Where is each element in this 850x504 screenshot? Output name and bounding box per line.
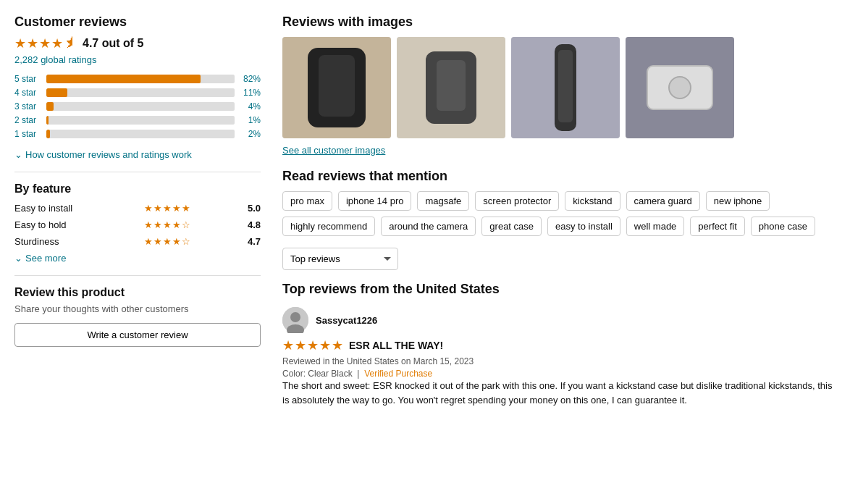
review-tag[interactable]: perfect fit: [690, 217, 744, 236]
feature-star: ☆: [182, 219, 190, 230]
feature-row: Easy to hold★★★★☆4.8: [14, 219, 261, 230]
review-tag[interactable]: kickstand: [565, 191, 620, 211]
review-product-title: Review this product: [14, 286, 261, 299]
rating-label: 3 star: [14, 101, 42, 112]
see-more-link[interactable]: ⌄ See more: [14, 253, 261, 264]
rating-row: 3 star4%: [14, 101, 261, 112]
reviewer-name: Sassycat1226: [316, 315, 377, 326]
review-tag[interactable]: well made: [626, 217, 685, 236]
feature-star: ★: [153, 236, 162, 247]
features-list: Easy to install★★★★★5.0Easy to hold★★★★☆…: [14, 203, 261, 247]
feature-stars: ★★★★☆: [144, 236, 190, 247]
svg-rect-2: [319, 55, 355, 117]
review-title: ESR ALL THE WAY!: [349, 340, 443, 351]
sort-dropdown-wrap: Top reviewsMost recent: [282, 248, 836, 270]
bar-fill: [46, 116, 49, 125]
feature-stars: ★★★★☆: [144, 219, 190, 230]
rating-row: 4 star11%: [14, 88, 261, 98]
review-tag[interactable]: phone case: [751, 217, 815, 236]
top-reviews-title: Top reviews from the United States: [282, 282, 836, 297]
global-ratings: 2,282 global ratings: [14, 54, 261, 65]
review-thumbnail[interactable]: [282, 37, 391, 138]
bar-bg: [46, 130, 235, 138]
review-thumbnail[interactable]: [397, 37, 505, 138]
feature-star: ★: [163, 203, 172, 214]
feature-star: ★: [163, 236, 172, 247]
by-feature-title: By feature: [14, 182, 261, 196]
r-star-2: ★: [295, 337, 306, 353]
feature-star: ★: [153, 203, 162, 214]
image-thumbnails: [282, 37, 836, 138]
star-1: ★: [14, 35, 26, 51]
review-tag[interactable]: magsafe: [417, 191, 469, 211]
reviewer-row: Sassycat1226: [282, 307, 836, 333]
overall-rating-row: ★ ★ ★ ★ ⯨ 4.7 out of 5: [14, 35, 261, 51]
feature-star: ★: [182, 203, 190, 214]
feature-name: Easy to hold: [14, 219, 87, 230]
feature-star: ★: [153, 219, 162, 230]
feature-name: Easy to install: [14, 203, 87, 214]
review-color-info: Color: Clear Black | Verified Purchase: [282, 369, 836, 379]
star-4: ★: [51, 35, 63, 51]
chevron-down-icon: ⌄: [14, 149, 22, 160]
review-stars-row: ★ ★ ★ ★ ★ ESR ALL THE WAY!: [282, 337, 836, 353]
see-all-images-link[interactable]: See all customer images: [282, 145, 385, 156]
bar-pct: 4%: [239, 101, 261, 112]
star-3: ★: [39, 35, 51, 51]
customer-reviews-title: Customer reviews: [14, 14, 261, 30]
how-ratings-label: How customer reviews and ratings work: [25, 149, 192, 160]
feature-star: ★: [144, 236, 153, 247]
bar-bg: [46, 88, 235, 97]
r-star-5: ★: [332, 337, 343, 353]
review-meta: Reviewed in the United States on March 1…: [282, 356, 836, 366]
feature-star: ★: [144, 219, 153, 230]
review-stars: ★ ★ ★ ★ ★: [282, 337, 343, 353]
review-tag[interactable]: around the camera: [381, 217, 476, 236]
avatar: [282, 307, 308, 333]
review-tag[interactable]: camera guard: [626, 191, 700, 211]
left-panel: Customer reviews ★ ★ ★ ★ ⯨ 4.7 out of 5 …: [14, 14, 261, 419]
chevron-down-icon-2: ⌄: [14, 253, 22, 264]
r-star-4: ★: [319, 337, 331, 353]
overall-rating-number: 4.7 out of 5: [83, 37, 143, 50]
sort-select[interactable]: Top reviewsMost recent: [282, 248, 398, 270]
feature-row: Sturdiness★★★★☆4.7: [14, 236, 261, 247]
bar-pct: 11%: [239, 88, 261, 98]
feature-score: 4.7: [248, 236, 261, 247]
feature-star: ☆: [182, 236, 190, 247]
write-review-button[interactable]: Write a customer review: [14, 323, 261, 347]
feature-star: ★: [172, 203, 181, 214]
feature-star: ★: [172, 219, 181, 230]
svg-point-11: [669, 77, 691, 98]
divider-2: [14, 275, 261, 276]
svg-rect-8: [558, 50, 573, 122]
overall-stars: ★ ★ ★ ★ ⯨: [14, 35, 77, 51]
r-star-1: ★: [282, 337, 294, 353]
feature-stars: ★★★★★: [144, 203, 190, 214]
feature-score: 5.0: [248, 203, 261, 214]
rating-row: 1 star2%: [14, 129, 261, 139]
review-tag[interactable]: iphone 14 pro: [338, 191, 412, 211]
review-tag[interactable]: screen protector: [475, 191, 559, 211]
review-tag[interactable]: easy to install: [547, 217, 620, 236]
star-5: ⯨: [64, 35, 77, 51]
bar-pct: 82%: [239, 74, 261, 84]
svg-rect-5: [437, 60, 466, 111]
bar-bg: [46, 75, 235, 83]
bar-bg: [46, 102, 235, 111]
bar-bg: [46, 116, 235, 125]
review-text: The short and sweet: ESR knocked it out …: [282, 379, 836, 407]
how-ratings-link[interactable]: ⌄ How customer reviews and ratings work: [14, 149, 261, 160]
review-tag[interactable]: highly recommend: [282, 217, 375, 236]
share-thoughts: Share your thoughts with other customers: [14, 303, 261, 314]
review-thumbnail[interactable]: [511, 37, 620, 138]
feature-star: ★: [144, 203, 153, 214]
rating-bars: 5 star82%4 star11%3 star4%2 star1%1 star…: [14, 74, 261, 139]
review-thumbnail[interactable]: [626, 37, 734, 138]
see-more-label: See more: [25, 253, 66, 264]
review-tag[interactable]: pro max: [282, 191, 332, 211]
review-tag[interactable]: great case: [481, 217, 542, 236]
review-tag[interactable]: new iphone: [706, 191, 770, 211]
bar-fill: [46, 88, 67, 97]
bar-pct: 2%: [239, 129, 261, 139]
